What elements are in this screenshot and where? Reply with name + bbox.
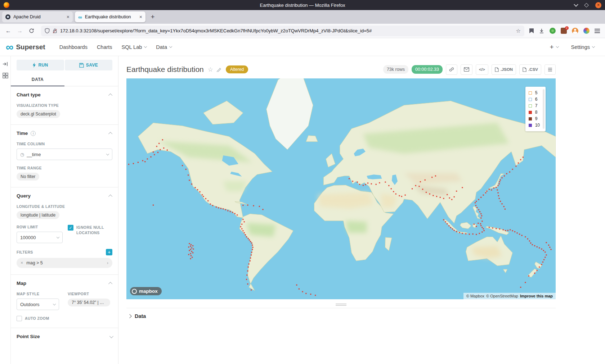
section-time: Timei TIME COLUMN ◷ __time TIME RANGE No…	[11, 124, 118, 187]
file-icon	[495, 67, 499, 72]
legend-item[interactable]: 7	[529, 103, 540, 109]
chart-menu-button[interactable]	[544, 64, 556, 75]
new-tab-button[interactable]: +	[148, 12, 158, 22]
email-button[interactable]	[461, 64, 472, 75]
chevron-down-icon[interactable]	[109, 334, 113, 338]
dataset-grid-icon[interactable]	[3, 73, 8, 78]
section-map: Map MAP STYLE Outdoors VIEWPORT 7° 35' 5…	[11, 274, 118, 328]
legend-item[interactable]: 10	[529, 122, 540, 128]
menu-icon[interactable]	[595, 29, 600, 33]
chevron-up-icon[interactable]	[108, 132, 112, 136]
data-section-toggle[interactable]: Data	[126, 308, 556, 319]
export-csv-button[interactable]: .CSV	[519, 64, 541, 75]
map-style-select[interactable]: Outdoors	[17, 299, 59, 310]
time-column-select[interactable]: ◷ __time	[17, 149, 112, 160]
section-title: Map	[17, 281, 26, 286]
embed-code-button[interactable]: </>	[476, 64, 488, 75]
url-bar[interactable]: 172.18.0.3:32108/superset/explore/?form_…	[41, 26, 524, 36]
time-range-label: TIME RANGE	[17, 166, 112, 170]
nav-item-dashboards[interactable]: Dashboards	[59, 44, 88, 50]
tab-close-icon[interactable]: ×	[139, 14, 142, 20]
add-filter-button[interactable]: +	[106, 249, 112, 255]
map-visualization[interactable]: 5678910 mapbox © Mapbox © OpenStreetMap …	[126, 78, 556, 299]
window-titlebar: Earthquake distribution — Mozilla Firefo…	[0, 0, 605, 10]
back-button[interactable]: ←	[4, 26, 13, 36]
druid-favicon-icon	[5, 14, 10, 19]
query-timer-badge: 00:00:02.33	[412, 65, 443, 74]
legend-scrollbar[interactable]	[543, 89, 544, 129]
resize-handle[interactable]	[336, 304, 346, 306]
bolt-icon	[32, 63, 36, 68]
row-limit-select[interactable]: 100000	[17, 232, 63, 243]
row-limit-label: ROW LIMIT	[17, 225, 63, 229]
settings-menu[interactable]: Settings	[571, 44, 595, 50]
chevron-up-icon[interactable]	[108, 282, 112, 286]
expand-panel-icon[interactable]	[3, 61, 8, 67]
time-range-chip[interactable]: No filter	[17, 173, 39, 181]
save-icon	[79, 63, 84, 68]
legend-item[interactable]: 6	[529, 96, 540, 102]
run-button[interactable]: RUN	[17, 60, 64, 70]
mapbox-logo[interactable]: mapbox	[130, 287, 162, 295]
legend-swatch	[529, 104, 532, 108]
legend-label: 9	[535, 116, 538, 121]
lonlat-chip[interactable]: longitude | latitude	[17, 211, 59, 219]
chevron-right-icon	[127, 314, 131, 318]
file-icon	[523, 67, 526, 72]
viewport-chip[interactable]: 7° 35' 54.02" | 31...	[68, 299, 110, 306]
chevron-down-icon	[53, 302, 56, 305]
superset-logo[interactable]: ∞ Superset	[6, 42, 45, 53]
pocket-icon[interactable]	[529, 28, 534, 33]
browser-tab-druid[interactable]: Apache Druid ×	[2, 12, 73, 22]
section-query: Query LONGITUDE & LATITUDE longitude | l…	[11, 187, 118, 274]
filter-text: mag > 5	[26, 260, 104, 265]
attribution-mapbox-link[interactable]: © Mapbox	[466, 294, 484, 298]
improve-map-link[interactable]: Improve this map	[520, 294, 553, 298]
ignore-null-checkbox[interactable]: ✓	[68, 225, 73, 231]
extension-green-icon[interactable]	[550, 28, 556, 34]
nav-item-charts[interactable]: Charts	[97, 44, 112, 50]
window-maximize-icon[interactable]	[584, 3, 589, 8]
chevron-up-icon[interactable]	[108, 194, 112, 198]
nav-item-data[interactable]: Data	[156, 44, 172, 50]
altered-badge[interactable]: Altered	[226, 65, 248, 73]
legend-swatch	[529, 98, 532, 101]
legend-item[interactable]: 8	[529, 109, 540, 115]
url-text[interactable]: 172.18.0.3:32108/superset/explore/?form_…	[60, 28, 513, 33]
remove-filter-icon[interactable]: ×	[21, 260, 23, 265]
filters-label: FILTERS	[17, 250, 33, 254]
copy-link-button[interactable]	[446, 64, 457, 75]
edit-title-icon[interactable]	[216, 67, 221, 72]
save-button[interactable]: SAVE	[65, 60, 112, 70]
auto-zoom-label: AUTO ZOOM	[25, 316, 49, 321]
account-avatar[interactable]	[572, 28, 578, 34]
legend-item[interactable]: 5	[529, 90, 540, 96]
extension-badged-icon[interactable]: 2	[561, 28, 567, 34]
window-close-icon[interactable]: ×	[595, 2, 601, 8]
nav-item-sql-lab[interactable]: SQL Lab	[122, 44, 147, 50]
attribution-osm-link[interactable]: © OpenStreetMap	[486, 294, 518, 298]
extension-pinwheel-icon[interactable]	[583, 28, 590, 34]
tab-data[interactable]: DATA	[11, 73, 64, 86]
row-count-badge: 73k rows	[383, 65, 408, 74]
viz-type-chip[interactable]: deck.gl Scatterplot	[17, 110, 60, 118]
auto-zoom-checkbox[interactable]	[17, 316, 22, 321]
window-minimize-icon[interactable]	[574, 2, 578, 7]
reload-button[interactable]	[27, 26, 36, 36]
export-json-button[interactable]: .JSON	[492, 64, 516, 75]
favorite-star-icon[interactable]: ☆	[208, 66, 213, 73]
legend-label: 10	[535, 123, 540, 128]
tab-close-icon[interactable]: ×	[67, 14, 70, 20]
map-canvas[interactable]	[126, 78, 556, 299]
filter-chip[interactable]: × mag > 5 ›	[17, 258, 112, 268]
forward-button[interactable]: →	[15, 26, 24, 36]
new-item-button[interactable]: +	[550, 43, 558, 51]
downloads-icon[interactable]	[539, 28, 544, 34]
chevron-up-icon[interactable]	[108, 93, 112, 97]
section-title: Point Size	[17, 334, 40, 339]
browser-tab-earthquake[interactable]: ∞ Earthquake distribution ×	[75, 12, 145, 22]
bookmark-star-icon[interactable]: ☆	[516, 28, 521, 34]
legend-swatch	[529, 117, 532, 120]
legend-item[interactable]: 9	[529, 116, 540, 122]
brand-name: Superset	[16, 43, 45, 51]
